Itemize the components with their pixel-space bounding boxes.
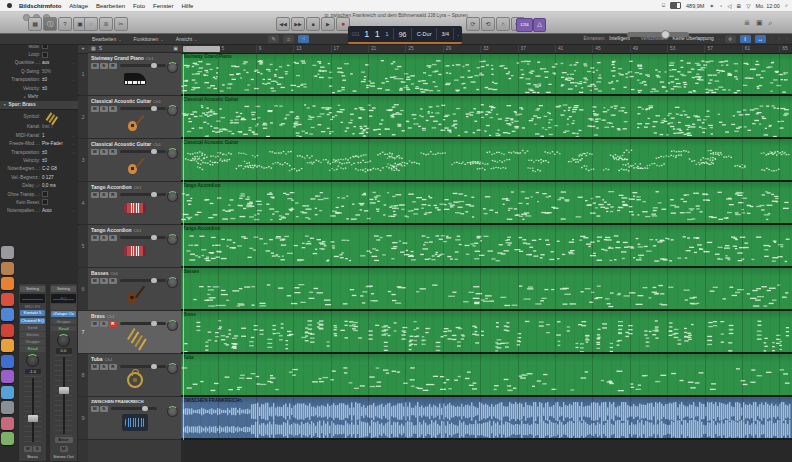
volume-slider[interactable] — [120, 193, 166, 196]
clock-icon[interactable]: ◔ — [719, 3, 722, 9]
track-number[interactable]: 4 — [78, 182, 88, 225]
track-header[interactable]: Classical Acoustic GuitarCh1 M S R — [88, 139, 181, 182]
menu-item[interactable]: Foto — [133, 3, 145, 9]
pan-knob[interactable] — [167, 62, 178, 73]
pencil-tool-icon[interactable]: ✎ — [268, 35, 279, 43]
media-browser-icon[interactable]: ▣ — [756, 19, 763, 27]
quick-help-button[interactable]: ? — [58, 17, 72, 31]
volume-slider[interactable] — [120, 236, 166, 239]
mute-button[interactable]: M — [91, 364, 99, 370]
mute-button[interactable]: M — [91, 149, 99, 155]
list-view-icon[interactable]: ≣ — [744, 19, 750, 27]
clip-row[interactable]: Classical Acoustic Guitar ↻ — [181, 139, 792, 182]
master-volume-slider[interactable] — [627, 32, 689, 37]
bluetooth-icon[interactable]: ✦ — [709, 3, 714, 9]
tools-button[interactable]: ✂ — [114, 17, 128, 31]
inspector-value[interactable]: aus — [42, 60, 49, 65]
count-in-button[interactable]: 1234 — [516, 18, 533, 32]
dock-app-icon[interactable] — [1, 308, 14, 321]
tracks-menu-item[interactable]: Funktionen⌄ — [134, 36, 164, 42]
volume-fader[interactable] — [24, 376, 41, 445]
track-number[interactable]: 5 — [78, 225, 88, 268]
pan-knob[interactable] — [57, 334, 70, 347]
inspector-value[interactable]: 50% — [42, 69, 51, 74]
pan-knob[interactable] — [167, 277, 178, 288]
inspector-row[interactable]: Delay ⌵: 0,0 ms ⌵ — [0, 181, 78, 189]
drag-value[interactable]: Keine Überlappung — [673, 36, 714, 41]
stepper-icon[interactable]: ⌵ — [72, 60, 75, 65]
clip-row[interactable]: ZWISCHEN FRANKREICH ↻ — [181, 397, 792, 440]
bounce-button[interactable]: Bnce — [55, 437, 73, 443]
mute-button[interactable]: M — [91, 406, 99, 412]
midi-in-icon[interactable]: ⁖ — [298, 35, 309, 43]
dock-app-icon[interactable] — [1, 277, 14, 290]
inspector-row[interactable]: Quantisie…: aus ⌵ — [0, 59, 78, 67]
volume-slider[interactable] — [120, 279, 166, 282]
volume-slider[interactable] — [120, 322, 166, 325]
lcd-tempo[interactable]: 96 — [394, 28, 412, 40]
mute-button[interactable]: M — [91, 321, 99, 327]
pan-knob[interactable] — [167, 320, 178, 331]
record-enable-button[interactable]: R — [109, 192, 117, 198]
inspector-row[interactable]: MIDI-Kanal: 1 ⌵ — [0, 131, 78, 139]
stop-button[interactable]: ■ — [306, 17, 320, 31]
automation-mode[interactable]: Read — [20, 346, 45, 352]
menu-item[interactable]: Hilfe — [181, 3, 193, 9]
stepper-icon[interactable]: ⌵ — [718, 36, 721, 41]
record-enable-button[interactable]: R — [109, 321, 117, 327]
dock-app-icon[interactable] — [1, 432, 14, 445]
clip-row[interactable]: Classical Acoustic Guitar ↻ — [181, 96, 792, 139]
inspector-row[interactable]: Loop: ⌵ — [0, 50, 78, 58]
dock-app-icon[interactable] — [1, 324, 14, 337]
dock-app-icon[interactable] — [1, 355, 14, 368]
volume-icon[interactable]: ◁ — [727, 3, 731, 9]
empty-slot[interactable] — [51, 304, 76, 310]
lcd-position[interactable]: 001 1 1 1 — [348, 28, 394, 40]
mute-button[interactable]: M — [60, 446, 68, 452]
dock-app-icon[interactable] — [1, 386, 14, 399]
setting-button[interactable]: Setting — [20, 286, 45, 292]
stepper-icon[interactable]: ⌵ — [72, 208, 75, 213]
track-number[interactable]: 1 — [78, 53, 88, 96]
play-button[interactable]: ▶ — [321, 17, 335, 31]
solo-button[interactable]: S — [100, 235, 108, 241]
volume-thumb[interactable] — [151, 364, 157, 370]
link-icon[interactable]: ⚬ — [778, 36, 781, 41]
record-enable-button[interactable]: R — [109, 106, 117, 112]
audio-fx-plugin-slot[interactable]: Channel EQ — [20, 318, 45, 324]
checkbox[interactable] — [42, 191, 48, 197]
inspector-value[interactable]: Auto — [42, 208, 51, 213]
pan-knob[interactable] — [167, 363, 178, 374]
marquee-tool-icon[interactable]: Ⅰ — [740, 35, 751, 43]
lcd-chevron-icon[interactable]: ⌄ — [454, 28, 462, 40]
inspector-value[interactable]: 0 127 — [42, 175, 54, 180]
volume-thumb[interactable] — [151, 63, 157, 69]
track-header[interactable]: Tango AccordionCh1 M S R — [88, 225, 181, 268]
mute-button[interactable]: M — [24, 446, 32, 452]
inspector-row[interactable]: Notenbegren…: C-2 G8 ⌵ — [0, 165, 78, 173]
add-track-button[interactable]: + — [81, 45, 85, 51]
record-enable-button[interactable]: R — [109, 63, 117, 69]
dock-app-icon[interactable] — [1, 339, 14, 352]
inspector-row[interactable]: Transposition: ±0 ⌵ — [0, 76, 78, 84]
volume-slider[interactable] — [120, 150, 166, 153]
menu-item[interactable]: Bearbeiten — [96, 3, 125, 9]
track-header[interactable]: TubaCh1 M S R — [88, 354, 181, 397]
checkbox[interactable] — [42, 199, 48, 205]
volume-fader[interactable] — [55, 355, 72, 436]
solo-button[interactable]: S — [100, 106, 108, 112]
solo-button[interactable]: S — [100, 192, 108, 198]
inspector-value[interactable]: 1 — [42, 133, 45, 138]
volume-slider[interactable] — [120, 64, 166, 67]
inspector-value[interactable]: C-2 G8 — [42, 166, 57, 171]
volume-value[interactable]: -1.0 — [25, 369, 41, 375]
tuner-button[interactable]: ⑃ — [496, 17, 510, 31]
apple-icon[interactable] — [7, 3, 12, 8]
menu-app-name[interactable]: Bildschirmfoto — [19, 3, 61, 9]
clip-row[interactable]: Basses ↻ — [181, 268, 792, 311]
tracks-menu-item[interactable]: Bearbeiten⌄ — [92, 36, 122, 42]
solo-button[interactable]: S — [100, 364, 108, 370]
clip-row[interactable]: Brass ↻ — [181, 311, 792, 354]
more-disclosure[interactable]: ▸Mehr — [0, 92, 78, 100]
inspector-value[interactable]: 0,0 ms — [42, 183, 56, 188]
